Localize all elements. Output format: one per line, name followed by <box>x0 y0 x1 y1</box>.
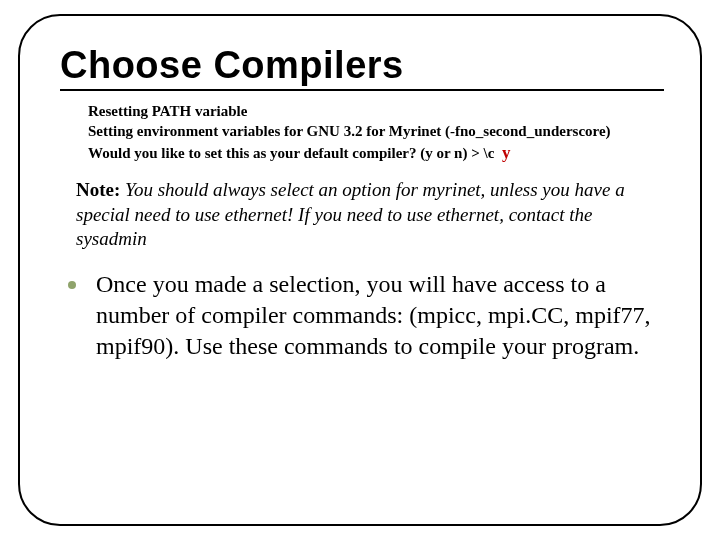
terminal-output: Resetting PATH variable Setting environm… <box>88 101 664 164</box>
terminal-line-2: Setting environment variables for GNU 3.… <box>88 121 664 141</box>
bullet-row: Once you made a selection, you will have… <box>68 269 664 361</box>
slide-title: Choose Compilers <box>60 44 664 87</box>
terminal-line-1: Resetting PATH variable <box>88 101 664 121</box>
terminal-answer: y <box>502 143 511 162</box>
note-text: You should always select an option for m… <box>76 179 625 249</box>
title-underline <box>60 89 664 91</box>
note-label: Note: <box>76 179 120 200</box>
terminal-line-3: Would you like to set this as your defau… <box>88 142 664 165</box>
bullet-icon <box>68 281 76 289</box>
slide-frame: Choose Compilers Resetting PATH variable… <box>18 14 702 526</box>
note-block: Note: You should always select an option… <box>76 178 664 251</box>
slide: Choose Compilers Resetting PATH variable… <box>0 0 720 540</box>
terminal-prompt: Would you like to set this as your defau… <box>88 145 494 161</box>
body-text: Once you made a selection, you will have… <box>96 269 656 361</box>
